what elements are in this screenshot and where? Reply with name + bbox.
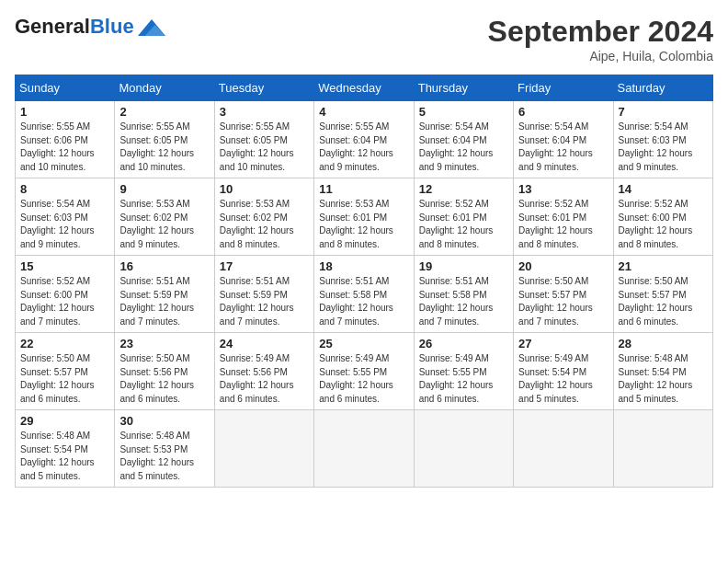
calendar-cell: 3Sunrise: 5:55 AMSunset: 6:05 PMDaylight… xyxy=(214,101,313,178)
calendar: SundayMondayTuesdayWednesdayThursdayFrid… xyxy=(15,75,713,488)
day-number: 15 xyxy=(20,259,109,273)
calendar-cell: 26Sunrise: 5:49 AMSunset: 5:55 PMDayligh… xyxy=(414,333,513,410)
week-row-4: 22Sunrise: 5:50 AMSunset: 5:57 PMDayligh… xyxy=(16,333,713,410)
week-row-1: 1Sunrise: 5:55 AMSunset: 6:06 PMDaylight… xyxy=(16,101,713,178)
day-info: Sunrise: 5:48 AMSunset: 5:54 PMDaylight:… xyxy=(619,352,708,406)
weekday-header-row: SundayMondayTuesdayWednesdayThursdayFrid… xyxy=(16,75,713,101)
day-number: 26 xyxy=(419,337,508,350)
day-number: 4 xyxy=(319,105,408,119)
day-info: Sunrise: 5:54 AMSunset: 6:03 PMDaylight:… xyxy=(20,198,109,251)
day-info: Sunrise: 5:52 AMSunset: 6:00 PMDaylight:… xyxy=(20,275,109,328)
calendar-cell: 28Sunrise: 5:48 AMSunset: 5:54 PMDayligh… xyxy=(613,333,712,410)
weekday-header-tuesday: Tuesday xyxy=(214,75,313,101)
calendar-cell: 10Sunrise: 5:53 AMSunset: 6:02 PMDayligh… xyxy=(214,178,313,256)
day-number: 1 xyxy=(20,105,109,119)
logo-icon xyxy=(138,19,165,36)
day-info: Sunrise: 5:52 AMSunset: 6:01 PMDaylight:… xyxy=(518,198,608,251)
calendar-cell: 24Sunrise: 5:49 AMSunset: 5:56 PMDayligh… xyxy=(214,333,313,410)
calendar-cell xyxy=(314,410,414,488)
day-number: 23 xyxy=(119,337,209,350)
day-number: 13 xyxy=(518,182,608,196)
day-info: Sunrise: 5:54 AMSunset: 6:03 PMDaylight:… xyxy=(619,121,708,174)
header: GeneralBlue September 2024 Aipe, Huila, … xyxy=(15,15,713,63)
calendar-cell: 7Sunrise: 5:54 AMSunset: 6:03 PMDaylight… xyxy=(613,101,712,178)
day-number: 7 xyxy=(619,105,708,119)
day-info: Sunrise: 5:51 AMSunset: 5:58 PMDaylight:… xyxy=(319,275,408,328)
day-number: 17 xyxy=(220,259,309,273)
calendar-cell xyxy=(214,410,313,488)
weekday-header-saturday: Saturday xyxy=(613,75,712,101)
calendar-cell: 13Sunrise: 5:52 AMSunset: 6:01 PMDayligh… xyxy=(514,178,613,256)
calendar-cell: 16Sunrise: 5:51 AMSunset: 5:59 PMDayligh… xyxy=(115,256,214,333)
day-number: 28 xyxy=(619,337,708,350)
weekday-header-thursday: Thursday xyxy=(414,75,513,101)
day-number: 30 xyxy=(119,414,209,428)
day-info: Sunrise: 5:48 AMSunset: 5:54 PMDaylight:… xyxy=(20,430,109,483)
day-info: Sunrise: 5:55 AMSunset: 6:06 PMDaylight:… xyxy=(20,121,109,174)
day-info: Sunrise: 5:55 AMSunset: 6:05 PMDaylight:… xyxy=(220,121,309,174)
day-number: 19 xyxy=(419,259,508,273)
day-info: Sunrise: 5:50 AMSunset: 5:56 PMDaylight:… xyxy=(119,352,209,406)
weekday-header-wednesday: Wednesday xyxy=(314,75,414,101)
day-info: Sunrise: 5:55 AMSunset: 6:04 PMDaylight:… xyxy=(319,121,408,174)
calendar-cell: 14Sunrise: 5:52 AMSunset: 6:00 PMDayligh… xyxy=(613,178,712,256)
calendar-cell: 15Sunrise: 5:52 AMSunset: 6:00 PMDayligh… xyxy=(16,256,115,333)
calendar-cell: 2Sunrise: 5:55 AMSunset: 6:05 PMDaylight… xyxy=(115,101,214,178)
day-info: Sunrise: 5:51 AMSunset: 5:58 PMDaylight:… xyxy=(419,275,508,328)
day-number: 9 xyxy=(119,182,209,196)
logo: GeneralBlue xyxy=(15,15,165,39)
day-number: 14 xyxy=(619,182,708,196)
calendar-cell: 23Sunrise: 5:50 AMSunset: 5:56 PMDayligh… xyxy=(115,333,214,410)
calendar-cell xyxy=(514,410,613,488)
day-info: Sunrise: 5:52 AMSunset: 6:01 PMDaylight:… xyxy=(419,198,508,251)
day-number: 10 xyxy=(220,182,309,196)
day-info: Sunrise: 5:51 AMSunset: 5:59 PMDaylight:… xyxy=(220,275,309,328)
weekday-header-friday: Friday xyxy=(514,75,613,101)
day-number: 2 xyxy=(119,105,209,119)
calendar-cell: 18Sunrise: 5:51 AMSunset: 5:58 PMDayligh… xyxy=(314,256,414,333)
subtitle: Aipe, Huila, Colombia xyxy=(488,49,713,63)
day-number: 12 xyxy=(419,182,508,196)
calendar-cell: 6Sunrise: 5:54 AMSunset: 6:04 PMDaylight… xyxy=(514,101,613,178)
day-info: Sunrise: 5:55 AMSunset: 6:05 PMDaylight:… xyxy=(119,121,209,174)
calendar-cell: 19Sunrise: 5:51 AMSunset: 5:58 PMDayligh… xyxy=(414,256,513,333)
calendar-cell: 21Sunrise: 5:50 AMSunset: 5:57 PMDayligh… xyxy=(613,256,712,333)
day-info: Sunrise: 5:54 AMSunset: 6:04 PMDaylight:… xyxy=(419,121,508,174)
weekday-header-sunday: Sunday xyxy=(16,75,115,101)
day-info: Sunrise: 5:53 AMSunset: 6:02 PMDaylight:… xyxy=(220,198,309,251)
day-info: Sunrise: 5:51 AMSunset: 5:59 PMDaylight:… xyxy=(119,275,209,328)
calendar-cell xyxy=(414,410,513,488)
day-info: Sunrise: 5:54 AMSunset: 6:04 PMDaylight:… xyxy=(518,121,608,174)
calendar-cell: 20Sunrise: 5:50 AMSunset: 5:57 PMDayligh… xyxy=(514,256,613,333)
day-number: 8 xyxy=(20,182,109,196)
day-number: 5 xyxy=(419,105,508,119)
day-info: Sunrise: 5:50 AMSunset: 5:57 PMDaylight:… xyxy=(619,275,708,328)
day-info: Sunrise: 5:50 AMSunset: 5:57 PMDaylight:… xyxy=(518,275,608,328)
day-info: Sunrise: 5:53 AMSunset: 6:02 PMDaylight:… xyxy=(119,198,209,251)
day-number: 24 xyxy=(220,337,309,350)
day-number: 3 xyxy=(220,105,309,119)
day-number: 16 xyxy=(119,259,209,273)
day-number: 18 xyxy=(319,259,408,273)
calendar-cell: 29Sunrise: 5:48 AMSunset: 5:54 PMDayligh… xyxy=(16,410,115,488)
day-number: 11 xyxy=(319,182,408,196)
weekday-header-monday: Monday xyxy=(115,75,214,101)
day-number: 29 xyxy=(20,414,109,428)
day-info: Sunrise: 5:48 AMSunset: 5:53 PMDaylight:… xyxy=(119,430,209,483)
calendar-cell: 4Sunrise: 5:55 AMSunset: 6:04 PMDaylight… xyxy=(314,101,414,178)
day-number: 27 xyxy=(518,337,608,350)
day-info: Sunrise: 5:49 AMSunset: 5:55 PMDaylight:… xyxy=(419,352,508,406)
calendar-cell xyxy=(613,410,712,488)
month-title: September 2024 xyxy=(488,15,713,49)
day-info: Sunrise: 5:53 AMSunset: 6:01 PMDaylight:… xyxy=(319,198,408,251)
calendar-cell: 17Sunrise: 5:51 AMSunset: 5:59 PMDayligh… xyxy=(214,256,313,333)
calendar-cell: 11Sunrise: 5:53 AMSunset: 6:01 PMDayligh… xyxy=(314,178,414,256)
calendar-cell: 1Sunrise: 5:55 AMSunset: 6:06 PMDaylight… xyxy=(16,101,115,178)
day-number: 21 xyxy=(619,259,708,273)
week-row-5: 29Sunrise: 5:48 AMSunset: 5:54 PMDayligh… xyxy=(16,410,713,488)
logo-general: GeneralBlue xyxy=(15,15,134,39)
calendar-cell: 27Sunrise: 5:49 AMSunset: 5:54 PMDayligh… xyxy=(514,333,613,410)
day-info: Sunrise: 5:49 AMSunset: 5:54 PMDaylight:… xyxy=(518,352,608,406)
week-row-2: 8Sunrise: 5:54 AMSunset: 6:03 PMDaylight… xyxy=(16,178,713,256)
calendar-cell: 8Sunrise: 5:54 AMSunset: 6:03 PMDaylight… xyxy=(16,178,115,256)
